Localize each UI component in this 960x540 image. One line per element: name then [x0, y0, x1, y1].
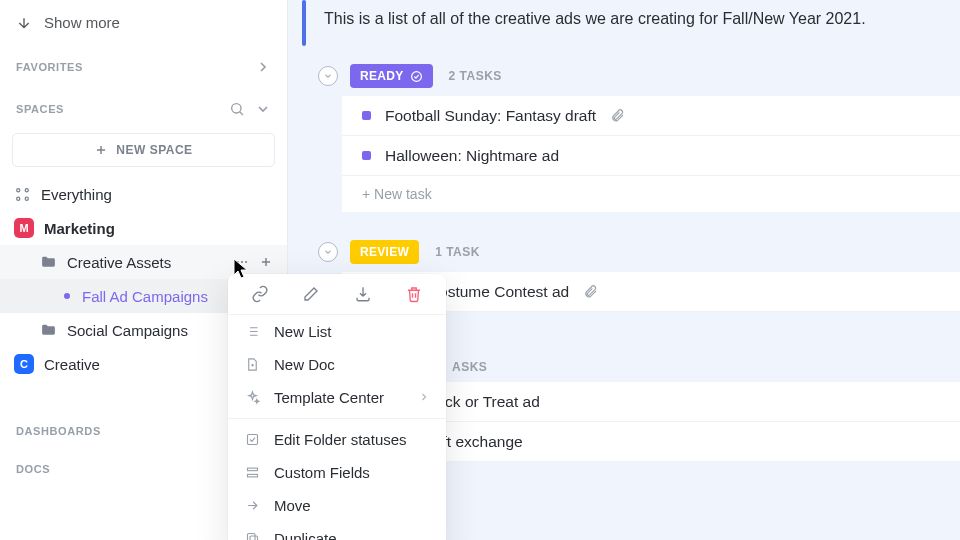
link-button[interactable]	[250, 284, 270, 304]
new-space-button[interactable]: NEW SPACE	[12, 133, 275, 167]
favorites-label: FAVORITES	[16, 61, 83, 73]
accent-bar	[302, 0, 306, 46]
folder-icon	[40, 254, 57, 271]
list-description: This is a list of all of the creative ad…	[288, 0, 960, 52]
svg-point-5	[237, 261, 239, 263]
dashboards-label: DASHBOARDS	[16, 425, 101, 437]
sidebar-item-marketing[interactable]: M Marketing	[0, 211, 287, 245]
marketing-badge: M	[14, 218, 34, 238]
delete-button[interactable]	[404, 284, 424, 304]
more-icon[interactable]	[235, 255, 249, 269]
sparkle-icon	[245, 390, 260, 405]
new-space-label: NEW SPACE	[116, 143, 192, 157]
marketing-label: Marketing	[44, 220, 273, 237]
status-pill-review[interactable]: REVIEW	[350, 240, 419, 264]
menu-label: Custom Fields	[274, 464, 370, 481]
menu-custom-fields[interactable]: Custom Fields	[228, 456, 446, 489]
menu-label: New Doc	[274, 356, 335, 373]
status-pill-ready[interactable]: READY	[350, 64, 433, 88]
menu-label: New List	[274, 323, 332, 340]
menu-new-doc[interactable]: New Doc	[228, 348, 446, 381]
svg-rect-11	[247, 474, 257, 477]
menu-duplicate[interactable]: Duplicate	[228, 522, 446, 540]
spaces-header[interactable]: SPACES	[0, 83, 287, 125]
task-row[interactable]: Football Sunday: Fantasy draft	[342, 96, 960, 136]
status-icon	[245, 432, 260, 447]
check-circle-icon	[410, 70, 423, 83]
download-icon	[354, 285, 372, 303]
menu-template-center[interactable]: Template Center	[228, 381, 446, 414]
divider	[228, 418, 446, 419]
menu-label: Duplicate	[274, 530, 337, 540]
svg-point-3	[17, 197, 20, 200]
everything-label: Everything	[41, 186, 273, 203]
menu-label: Edit Folder statuses	[274, 431, 407, 448]
context-menu-toolbar	[228, 274, 446, 315]
menu-edit-statuses[interactable]: Edit Folder statuses	[228, 423, 446, 456]
svg-rect-13	[247, 534, 255, 541]
show-more-label: Show more	[44, 14, 120, 31]
attachment-icon	[610, 108, 625, 123]
chevron-right-icon	[255, 59, 271, 75]
chevron-down-icon[interactable]	[255, 101, 271, 117]
status-label: REVIEW	[360, 245, 409, 259]
svg-point-1	[17, 188, 20, 191]
menu-new-list[interactable]: New List	[228, 315, 446, 348]
doc-icon	[245, 357, 260, 372]
sidebar-item-everything[interactable]: Everything	[0, 177, 287, 211]
chevron-down-icon	[323, 247, 333, 257]
context-menu: New List New Doc Template Center Edit Fo…	[228, 274, 446, 540]
collapse-toggle[interactable]	[318, 66, 338, 86]
svg-rect-10	[247, 468, 257, 471]
svg-point-6	[241, 261, 243, 263]
search-icon[interactable]	[229, 101, 245, 117]
task-title: Football Sunday: Fantasy draft	[385, 107, 596, 125]
folder-icon	[40, 322, 57, 339]
rename-button[interactable]	[301, 284, 321, 304]
creative-assets-label: Creative Assets	[67, 254, 225, 271]
favorites-header[interactable]: FAVORITES	[0, 41, 287, 83]
list-icon	[245, 324, 260, 339]
svg-point-7	[245, 261, 247, 263]
plus-icon	[94, 143, 108, 157]
creative-badge: C	[14, 354, 34, 374]
move-icon	[245, 498, 260, 513]
add-task-button[interactable]: + New task	[342, 176, 960, 212]
status-label: READY	[360, 69, 404, 83]
status-square-icon	[362, 111, 371, 120]
menu-label: Template Center	[274, 389, 384, 406]
attachment-icon	[583, 284, 598, 299]
svg-point-8	[411, 71, 421, 81]
svg-point-2	[25, 188, 28, 191]
collapse-toggle[interactable]	[318, 242, 338, 262]
trash-icon	[405, 285, 423, 303]
grid-icon	[14, 186, 31, 203]
download-button[interactable]	[353, 284, 373, 304]
show-more-button[interactable]: Show more	[0, 4, 287, 41]
menu-move[interactable]: Move	[228, 489, 446, 522]
menu-label: Move	[274, 497, 311, 514]
duplicate-icon	[245, 531, 260, 540]
chevron-down-icon	[16, 15, 32, 31]
bullet-icon	[64, 293, 70, 299]
task-row[interactable]: Halloween: Nightmare ad	[342, 136, 960, 176]
task-count: 1 TASK	[435, 245, 480, 259]
chevron-down-icon	[323, 71, 333, 81]
task-title: Halloween: Nightmare ad	[385, 147, 559, 165]
status-square-icon	[362, 151, 371, 160]
svg-point-4	[25, 197, 28, 200]
docs-label: DOCS	[16, 463, 50, 475]
pencil-icon	[302, 285, 320, 303]
link-icon	[251, 285, 269, 303]
fields-icon	[245, 465, 260, 480]
svg-point-0	[232, 104, 241, 113]
spaces-label: SPACES	[16, 103, 64, 115]
plus-icon[interactable]	[259, 255, 273, 269]
task-count: 2 TASKS	[449, 69, 502, 83]
svg-rect-9	[247, 435, 257, 445]
svg-rect-12	[250, 536, 258, 540]
chevron-right-icon	[418, 391, 430, 403]
task-count-partial: ASKS	[452, 360, 487, 374]
status-group-ready: READY 2 TASKS Football Sunday: Fantasy d…	[288, 64, 960, 212]
